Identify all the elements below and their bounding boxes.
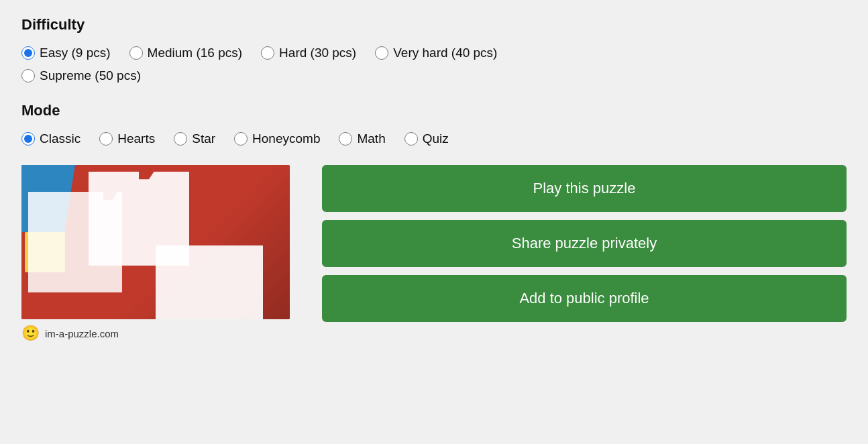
mode-classic-radio[interactable] <box>21 132 35 146</box>
watermark: 🙂 im-a-puzzle.com <box>21 325 290 342</box>
share-puzzle-button[interactable]: Share puzzle privately <box>322 220 847 267</box>
difficulty-hard-label: Hard (30 pcs) <box>279 46 356 60</box>
main-container: Difficulty Easy (9 pcs) Medium (16 pcs) … <box>0 0 868 444</box>
mode-options: Classic Hearts Star Honeycomb Math Quiz <box>21 131 847 146</box>
mode-math-label: Math <box>357 131 385 146</box>
mode-hearts-radio[interactable] <box>99 132 113 146</box>
mode-math-radio[interactable] <box>339 132 352 146</box>
puzzle-image <box>21 165 290 319</box>
difficulty-easy[interactable]: Easy (9 pcs) <box>21 46 111 60</box>
bottom-area: 🙂 im-a-puzzle.com Play this puzzle Share… <box>21 165 847 346</box>
smiley-icon: 🙂 <box>21 325 40 342</box>
difficulty-section: Difficulty Easy (9 pcs) Medium (16 pcs) … <box>21 16 847 83</box>
mode-math[interactable]: Math <box>339 131 385 146</box>
difficulty-options: Easy (9 pcs) Medium (16 pcs) Hard (30 pc… <box>21 46 847 60</box>
mode-quiz[interactable]: Quiz <box>404 131 449 146</box>
mode-quiz-radio[interactable] <box>404 132 418 146</box>
puzzle-preview: 🙂 im-a-puzzle.com <box>21 165 290 346</box>
difficulty-medium[interactable]: Medium (16 pcs) <box>129 46 243 60</box>
mode-hearts[interactable]: Hearts <box>99 131 155 146</box>
difficulty-title: Difficulty <box>21 16 847 34</box>
mode-hearts-label: Hearts <box>117 131 155 146</box>
play-puzzle-button[interactable]: Play this puzzle <box>322 165 847 212</box>
difficulty-supreme-radio[interactable] <box>21 69 35 82</box>
watermark-text: im-a-puzzle.com <box>45 328 119 339</box>
mode-star-label: Star <box>192 131 215 146</box>
mode-honeycomb-radio[interactable] <box>234 132 248 146</box>
mode-section: Mode Classic Hearts Star Honeycomb Math <box>21 102 847 146</box>
difficulty-very-hard-radio[interactable] <box>375 46 388 60</box>
action-buttons: Play this puzzle Share puzzle privately … <box>322 165 847 322</box>
difficulty-supreme-label: Supreme (50 pcs) <box>40 68 141 83</box>
mode-classic[interactable]: Classic <box>21 131 80 146</box>
difficulty-very-hard-label: Very hard (40 pcs) <box>393 46 497 60</box>
mode-honeycomb[interactable]: Honeycomb <box>234 131 320 146</box>
mode-title: Mode <box>21 102 847 119</box>
add-profile-button[interactable]: Add to public profile <box>322 275 847 322</box>
mode-star[interactable]: Star <box>174 131 215 146</box>
difficulty-supreme[interactable]: Supreme (50 pcs) <box>21 68 141 83</box>
mode-quiz-label: Quiz <box>423 131 449 146</box>
puzzle-piece-3 <box>28 192 122 292</box>
difficulty-easy-label: Easy (9 pcs) <box>40 46 111 60</box>
difficulty-hard-radio[interactable] <box>261 46 274 60</box>
difficulty-easy-radio[interactable] <box>21 46 35 60</box>
difficulty-very-hard[interactable]: Very hard (40 pcs) <box>375 46 497 60</box>
mode-star-radio[interactable] <box>174 132 187 146</box>
puzzle-piece-2 <box>156 245 263 319</box>
mode-classic-label: Classic <box>40 131 80 146</box>
mode-honeycomb-label: Honeycomb <box>252 131 320 146</box>
difficulty-medium-label: Medium (16 pcs) <box>148 46 243 60</box>
difficulty-hard[interactable]: Hard (30 pcs) <box>261 46 356 60</box>
difficulty-medium-radio[interactable] <box>129 46 143 60</box>
difficulty-options-row2: Supreme (50 pcs) <box>21 68 847 83</box>
